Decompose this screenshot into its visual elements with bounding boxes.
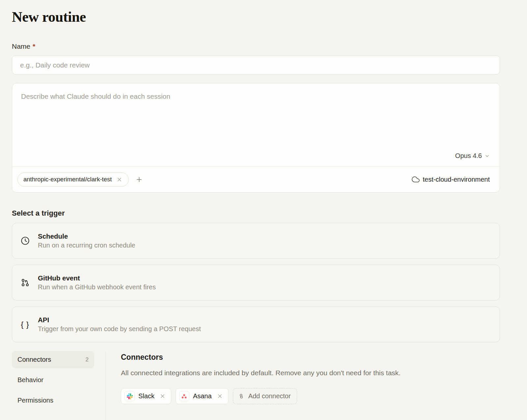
trigger-title: Schedule <box>38 232 135 240</box>
trigger-description: Trigger from your own code by sending a … <box>38 325 201 333</box>
connector-chip-slack: Slack <box>121 388 171 404</box>
braces-icon: { } <box>19 320 31 329</box>
settings-nav: Connectors 2 Behavior Permissions <box>12 351 94 420</box>
tab-label: Permissions <box>17 397 53 404</box>
connectors-panel: Connectors All connected integrations ar… <box>106 351 500 420</box>
trigger-section-heading: Select a trigger <box>12 209 500 218</box>
git-compare-icon <box>19 277 31 288</box>
trigger-option-github-event[interactable]: GitHub event Run when a GitHub webhook e… <box>12 265 500 301</box>
tab-permissions[interactable]: Permissions <box>12 392 94 409</box>
cloud-icon <box>412 175 420 183</box>
clock-icon <box>19 236 31 246</box>
tab-label: Behavior <box>17 376 43 384</box>
panel-description: All connected integrations are included … <box>121 369 500 377</box>
link-icon <box>238 393 245 400</box>
page-title: New routine <box>12 9 500 25</box>
add-repo-button[interactable] <box>134 174 144 185</box>
model-selector[interactable]: Opus 4.6 <box>12 152 500 166</box>
required-asterisk: * <box>33 42 35 50</box>
connectors-count-badge: 2 <box>86 356 89 363</box>
repo-chip[interactable]: anthropic-experimental/clark-test <box>17 172 129 187</box>
add-connector-label: Add connector <box>248 392 291 400</box>
tab-label: Connectors <box>17 356 51 363</box>
environment-name: test-cloud-environment <box>423 176 490 183</box>
prompt-footer: anthropic-experimental/clark-test test-c… <box>12 166 500 192</box>
remove-slack-icon[interactable] <box>158 392 167 401</box>
model-label: Opus 4.6 <box>455 152 482 160</box>
connector-name: Slack <box>138 392 154 400</box>
asana-logo <box>179 391 189 401</box>
chevron-down-icon <box>485 153 490 159</box>
name-input[interactable] <box>12 56 500 74</box>
connector-chip-asana: Asana <box>176 388 229 404</box>
slack-logo <box>125 391 135 401</box>
add-connector-button[interactable]: Add connector <box>233 388 297 404</box>
new-routine-form: New routine Name * Opus 4.6 anthropic-ex… <box>0 0 527 420</box>
tab-connectors[interactable]: Connectors 2 <box>12 351 94 368</box>
panel-heading: Connectors <box>121 353 500 362</box>
name-field-label: Name <box>12 42 30 50</box>
environment-indicator[interactable]: test-cloud-environment <box>412 175 490 183</box>
connector-name: Asana <box>193 392 212 400</box>
name-field-label-row: Name * <box>12 42 500 50</box>
remove-repo-icon[interactable] <box>115 175 124 184</box>
prompt-card: Opus 4.6 anthropic-experimental/clark-te… <box>12 83 500 193</box>
trigger-title: API <box>38 316 201 324</box>
trigger-option-api[interactable]: { } API Trigger from your own code by se… <box>12 306 500 342</box>
trigger-title: GitHub event <box>38 274 156 282</box>
trigger-list: Schedule Run on a recurring cron schedul… <box>12 223 500 342</box>
settings-section: Connectors 2 Behavior Permissions Connec… <box>12 351 500 420</box>
trigger-description: Run when a GitHub webhook event fires <box>38 283 156 291</box>
tab-behavior[interactable]: Behavior <box>12 371 94 389</box>
remove-asana-icon[interactable] <box>215 392 224 401</box>
trigger-option-schedule[interactable]: Schedule Run on a recurring cron schedul… <box>12 223 500 259</box>
prompt-textarea[interactable] <box>12 83 500 152</box>
repo-chip-label: anthropic-experimental/clark-test <box>23 176 112 183</box>
connector-chip-row: Slack Asana <box>121 388 500 404</box>
trigger-description: Run on a recurring cron schedule <box>38 242 135 249</box>
